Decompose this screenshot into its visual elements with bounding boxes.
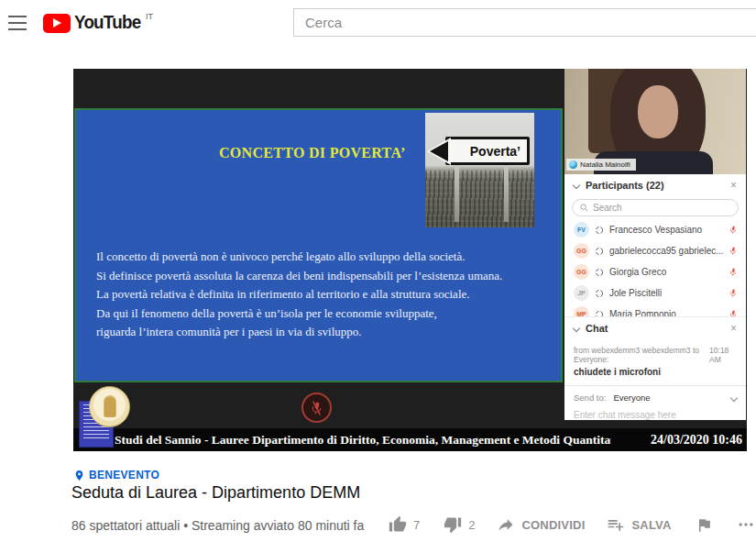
field-texture <box>425 171 534 228</box>
send-to-value: Everyone <box>613 393 731 403</box>
location-pin-icon <box>73 470 85 481</box>
action-bar: 7 2 CONDIVIDI SALVA <box>389 515 755 534</box>
menu-icon[interactable] <box>8 16 28 30</box>
video-title: Seduta di Laurea - Dipartimento DEMM <box>71 483 360 503</box>
close-icon: × <box>730 323 737 334</box>
participants-title: Participants (22) <box>586 180 730 191</box>
participant-name: gabrielecocca95 gabrielec... <box>609 246 724 256</box>
slide-title: CONCETTO DI POVERTA’ <box>219 145 406 161</box>
dislike-button[interactable]: 2 <box>444 515 475 534</box>
poverty-sign-photo: Poverta’ <box>425 113 534 227</box>
participant-name: Giorgia Greco <box>609 267 724 277</box>
ticker-timestamp: 24/03/2020 10:46 <box>651 433 742 448</box>
chat-header: Chat × <box>564 317 746 339</box>
location-tag[interactable]: BENEVENTO <box>73 469 159 481</box>
chat-panel: Chat × from webexdemm3 webexdemm3 to Eve… <box>564 316 746 420</box>
muted-mic-icon <box>728 284 738 302</box>
ticker-text: Studi del Sannio - Lauree Dipartimento d… <box>115 433 611 448</box>
muted-mic-icon <box>728 263 738 281</box>
webcam-name-chip: Natalia Mainolfi <box>566 159 636 171</box>
webcam-speaker-name: Natalia Mainolfi <box>580 160 630 169</box>
muted-mic-icon <box>728 221 738 238</box>
dislike-count: 2 <box>468 518 475 532</box>
save-button[interactable]: SALVA <box>607 515 671 534</box>
chevron-down-icon <box>573 325 580 332</box>
participant-name: Jole Piscitelli <box>609 288 724 298</box>
presentation-slide: CONCETTO DI POVERTA’ Poverta’ Il concett… <box>74 108 563 382</box>
chat-message-time: 10:18 AM <box>709 346 737 364</box>
chevron-down-icon <box>730 393 738 401</box>
participant-row: JP Jole Piscitelli <box>564 282 746 304</box>
chat-message-meta: from webexdemm3 webexdemm3 to Everyone: … <box>564 339 746 364</box>
send-to-label: Send to: <box>574 393 606 403</box>
participants-header: Participants (22) × <box>564 174 746 196</box>
share-button[interactable]: CONDIVIDI <box>497 515 585 534</box>
slide-body-text: Il concetto di povertà non è univoco per… <box>96 248 502 342</box>
participant-row: GG Giorgia Greco <box>564 261 746 282</box>
audio-status-icon <box>595 268 604 277</box>
muted-mic-icon <box>728 242 738 260</box>
chat-input-placeholder: Enter chat message here <box>564 403 746 420</box>
webex-icon <box>569 160 577 169</box>
share-arrow-icon <box>497 515 515 534</box>
audio-status-icon <box>595 226 604 235</box>
like-count: 7 <box>413 518 420 532</box>
region-badge: IT <box>146 12 153 21</box>
search-icon <box>580 204 588 212</box>
youtube-wordmark: YouTube <box>74 12 140 33</box>
save-label: SALVA <box>631 518 671 532</box>
playlist-add-icon <box>607 515 625 534</box>
youtube-play-icon <box>43 14 71 33</box>
share-label: CONDIVIDI <box>521 518 585 532</box>
chevron-down-icon <box>573 182 580 189</box>
viewer-stats: 86 spettatori attuali • Streaming avviat… <box>71 518 364 533</box>
like-button[interactable]: 7 <box>389 515 420 534</box>
report-button[interactable] <box>696 516 713 534</box>
participants-panel: Participants (22) × Search FV Francesco … <box>564 174 746 420</box>
more-horizontal-icon <box>737 515 755 534</box>
left-arrow-icon <box>430 141 448 161</box>
university-seal-logo <box>89 386 130 427</box>
avatar: FV <box>574 222 589 238</box>
location-label: BENEVENTO <box>89 469 159 481</box>
chat-title: Chat <box>586 323 730 334</box>
thumb-down-icon <box>444 515 462 534</box>
audio-status-icon <box>595 289 604 298</box>
webcam-feed: Natalia Mainolfi <box>564 69 746 174</box>
thumb-up-icon <box>389 515 407 534</box>
participants-search: Search <box>572 199 739 216</box>
avatar: GG <box>574 264 589 280</box>
chat-message-text: chiudete i microfoni <box>564 364 746 377</box>
more-actions-button[interactable] <box>737 515 755 534</box>
avatar: JP <box>574 285 589 301</box>
participant-row: GG gabrielecocca95 gabrielec... <box>564 240 746 261</box>
avatar: GG <box>574 243 589 259</box>
participant-name: Francesco Vespasiano <box>609 225 724 235</box>
search-input[interactable] <box>294 9 756 36</box>
chat-send-to-row: Send to: Everyone <box>564 386 746 403</box>
video-player[interactable]: CONCETTO DI POVERTA’ Poverta’ Il concett… <box>73 69 747 451</box>
stream-ticker: Studi del Sannio - Lauree Dipartimento d… <box>73 428 747 451</box>
road-sign: Poverta’ <box>445 137 530 165</box>
close-icon: × <box>730 180 737 191</box>
muted-microphone-indicator-icon <box>301 393 332 423</box>
audio-status-icon <box>595 247 604 256</box>
search-box <box>293 8 756 37</box>
youtube-header: YouTube IT <box>0 0 756 51</box>
participants-list: FV Francesco Vespasiano GG gabrielecocca… <box>564 219 746 325</box>
youtube-logo[interactable]: YouTube IT <box>43 12 153 33</box>
flag-icon <box>696 516 713 534</box>
participant-row: FV Francesco Vespasiano <box>564 219 746 240</box>
